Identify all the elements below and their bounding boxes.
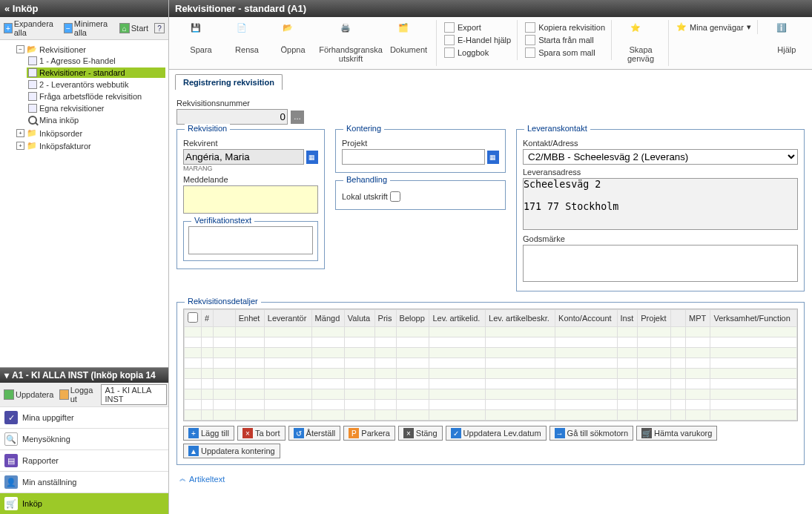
tree-item[interactable]: Mina inköp [27, 115, 165, 125]
ehandel-help-button[interactable]: E-Handel hjälp [443, 34, 512, 46]
logout-icon [59, 389, 68, 400]
verifikation-field[interactable] [188, 226, 313, 254]
col-konto[interactable]: Konto/Account [555, 310, 617, 327]
delete-row-button[interactable]: ×Ta bort [237, 426, 285, 441]
col-belopp[interactable]: Belopp [396, 310, 429, 327]
expand-icon[interactable]: + [16, 129, 24, 137]
col-verksamhet[interactable]: Verksamhet/Function [710, 310, 797, 327]
reqnum-lookup-button[interactable]: … [291, 111, 304, 124]
refresh-button[interactable]: Uppdatera [1, 389, 56, 401]
rekvirent-lookup-button[interactable]: ▦ [306, 151, 318, 164]
table-row[interactable] [185, 327, 797, 337]
session-tab[interactable]: A1 - KI ALLA INST [101, 384, 167, 405]
expand-all-button[interactable]: + Expandera alla [1, 19, 60, 38]
col-valuta[interactable]: Valuta [344, 310, 374, 327]
kontakt-select[interactable]: C2/MBB - Scheelesväg 2 (Leverans) [523, 149, 798, 165]
add-row-button[interactable]: +Lägg till [183, 426, 234, 441]
select-all-checkbox[interactable] [188, 312, 198, 323]
col-enhet[interactable]: Enhet [235, 310, 264, 327]
col-mpt[interactable]: MPT [686, 310, 710, 327]
tree-folder-rekvisitioner[interactable]: − 📂 Rekvisitioner [15, 44, 167, 55]
tree-item-selected[interactable]: Rekvisitioner - standard [27, 67, 165, 78]
park-button[interactable]: PParkera [343, 426, 395, 441]
log-icon [444, 47, 455, 58]
create-shortcut-button[interactable]: ⭐Skapa genväg [619, 22, 662, 65]
behandling-group: Behandling Lokal utskrift [335, 180, 506, 210]
update-kontering-button[interactable]: ▲Uppdatera kontering [183, 444, 280, 458]
tree-item[interactable]: 1 - Agresso E-handel [27, 56, 165, 66]
table-row[interactable] [185, 348, 797, 358]
table-row[interactable] [185, 400, 797, 410]
reset-button[interactable]: ↺Återställ [288, 426, 341, 441]
tab-registrering-rekvisition[interactable]: Registrering rekvisition [175, 74, 283, 90]
go-to-search-button[interactable]: →Gå till sökmotorn [549, 426, 634, 441]
meddelande-field[interactable] [183, 185, 318, 214]
navigation-tree[interactable]: − 📂 Rekvisitioner 1 - Agresso E-handel R… [0, 40, 168, 367]
details-grid[interactable]: # Enhet Leverantör Mängd Valuta Pris Bel… [183, 309, 798, 421]
col-inst[interactable]: Inst [617, 310, 638, 327]
help-button[interactable]: ? [152, 22, 167, 34]
col-projekt[interactable]: Projekt [638, 310, 671, 327]
save-button[interactable]: 💾Spara [179, 22, 222, 65]
help-icon: ? [154, 23, 165, 33]
tree-item[interactable]: 2 - Leverantörs webbutik [27, 79, 165, 90]
col-lev-artikelid[interactable]: Lev. artikelid. [429, 310, 486, 327]
collapse-all-button[interactable]: − Minimera alla [62, 19, 116, 38]
godsmarke-label: Godsmärke [523, 234, 798, 243]
open-icon: 📂 [283, 23, 303, 44]
table-row[interactable] [185, 369, 797, 379]
copy-requisition-button[interactable]: Kopiera rekvisition [524, 22, 607, 33]
artikeltext-toggle[interactable]: ︽ Artikeltext [176, 472, 805, 485]
tree-folder-inkopsorder[interactable]: +📁Inköpsorder [15, 128, 167, 139]
collapse-icon[interactable]: − [16, 45, 24, 53]
plus-icon: + [188, 428, 199, 438]
menu-menysokning[interactable]: 🔍Menysökning [0, 428, 168, 449]
logbook-button[interactable]: Loggbok [443, 47, 512, 59]
godsmarke-field[interactable] [523, 245, 798, 282]
col-mangd[interactable]: Mängd [311, 310, 344, 327]
col-lev-artikelbeskr[interactable]: Lev. artikelbeskr. [486, 310, 555, 327]
lokal-utskrift-checkbox[interactable] [390, 191, 400, 202]
update-icon: ✓ [451, 428, 461, 438]
start-button[interactable]: ⌂ Start [117, 22, 151, 34]
user-icon: 👤 [4, 475, 18, 489]
save-as-template-button[interactable]: Spara som mall [524, 47, 607, 59]
leveransadress-field[interactable]: Scheelesväg 2 171 77 Stockholm [523, 178, 798, 230]
table-row[interactable] [185, 379, 797, 389]
documents-button[interactable]: 🗂️Dokument [387, 22, 430, 65]
help-big-button[interactable]: ℹ️Hjälp [765, 22, 808, 56]
leveransadress-label: Leveransadress [523, 168, 798, 177]
tree-item[interactable]: Egna rekvisitioner [27, 103, 165, 113]
table-row[interactable] [185, 337, 797, 348]
table-row[interactable] [185, 410, 797, 421]
export-button[interactable]: Export [443, 22, 512, 33]
menu-inkop[interactable]: 🛒Inköp [0, 492, 168, 514]
logout-button[interactable]: Logga ut [57, 385, 99, 404]
open-button[interactable]: 📂Öppna [271, 22, 314, 65]
clear-button[interactable]: 📄Rensa [225, 22, 268, 65]
rekvirent-code: MARANG [183, 165, 318, 172]
reqnum-field[interactable] [176, 109, 288, 125]
update-delivery-date-button[interactable]: ✓Uppdatera Lev.datum [446, 426, 547, 441]
col-leverantor[interactable]: Leverantör [264, 310, 311, 327]
fetch-cart-button[interactable]: 🛒Hämta varukorg [636, 426, 717, 441]
expand-icon[interactable]: + [16, 142, 24, 150]
rekvirent-field[interactable] [183, 149, 304, 165]
projekt-lookup-button[interactable]: ▦ [487, 151, 499, 164]
close-button[interactable]: ×Stäng [398, 426, 443, 441]
start-from-template-button[interactable]: Starta från mall [524, 34, 607, 46]
menu-min-anstallning[interactable]: 👤Min anställning [0, 471, 168, 492]
col-num[interactable]: # [202, 310, 214, 327]
left-panel-title: « Inköp [0, 0, 168, 17]
printer-icon: 🖨️ [340, 23, 361, 44]
table-row[interactable] [185, 358, 797, 369]
tree-folder-inkopsfakturor[interactable]: +📁Inköpsfakturor [15, 140, 167, 151]
table-row[interactable] [185, 389, 797, 400]
my-shortcuts-button[interactable]: ⭐Mina genvägar▾ [675, 22, 753, 33]
print-preview-button[interactable]: 🖨️Förhandsgranska utskrift [317, 22, 384, 65]
col-pris[interactable]: Pris [374, 310, 396, 327]
projekt-field[interactable] [342, 149, 485, 165]
menu-rapporter[interactable]: ▤Rapporter [0, 449, 168, 471]
menu-mina-uppgifter[interactable]: ✓Mina uppgifter [0, 406, 168, 428]
tree-item[interactable]: Fråga arbetsflöde rekvisition [27, 91, 165, 102]
